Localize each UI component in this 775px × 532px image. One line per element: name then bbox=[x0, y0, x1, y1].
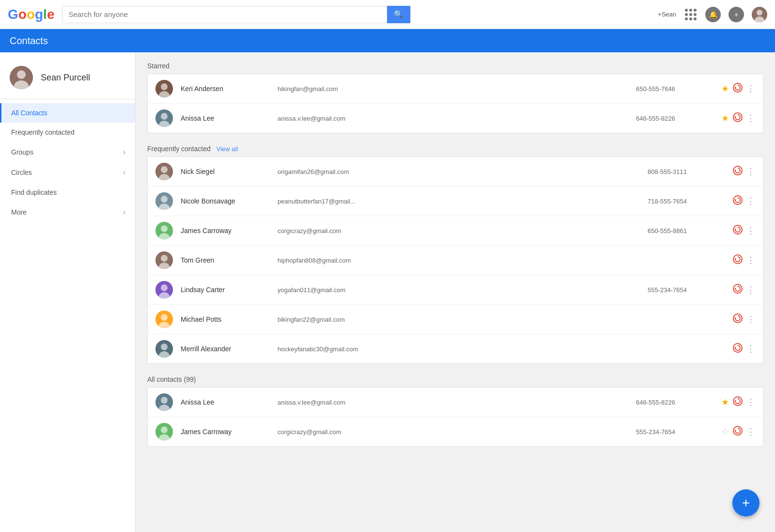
notifications-icon[interactable]: 🔔 bbox=[705, 7, 721, 22]
more-options-icon[interactable]: ⋮ bbox=[746, 397, 755, 407]
svg-marker-10 bbox=[734, 87, 736, 88]
google-plus-icon[interactable] bbox=[733, 254, 743, 266]
svg-point-42 bbox=[161, 314, 168, 321]
google-plus-icon[interactable] bbox=[733, 343, 743, 355]
google-plus-icon[interactable] bbox=[733, 166, 743, 178]
google-plus-icon[interactable] bbox=[733, 112, 743, 125]
apps-grid-icon[interactable] bbox=[684, 8, 698, 21]
svg-point-44 bbox=[733, 314, 742, 323]
contact-actions: ⋮ bbox=[733, 195, 755, 207]
svg-point-52 bbox=[161, 397, 168, 404]
avatar bbox=[155, 423, 173, 440]
svg-point-59 bbox=[733, 426, 742, 435]
sidebar-item-label: All Contacts bbox=[11, 109, 47, 117]
avatar bbox=[155, 110, 173, 127]
svg-point-12 bbox=[161, 113, 168, 120]
more-options-icon[interactable]: ⋮ bbox=[746, 284, 755, 295]
table-row: Michael Pottsbikingfan22@gmail.com⋮ bbox=[148, 305, 763, 334]
sidebar: Sean Purcell All Contacts Frequently con… bbox=[0, 52, 136, 532]
topbar: Google 🔍 +Sean 🔔 + bbox=[0, 0, 775, 29]
contact-phone: 555-234-7654 bbox=[648, 286, 725, 294]
contact-actions: ⋮ bbox=[733, 225, 755, 237]
search-icon: 🔍 bbox=[394, 10, 403, 19]
contact-phone: 555-234-7654 bbox=[636, 428, 713, 436]
contact-name: Merrill Alexander bbox=[181, 345, 278, 353]
more-options-icon[interactable]: ⋮ bbox=[746, 255, 755, 266]
contact-name: James Carroway bbox=[181, 227, 278, 235]
google-plus-icon[interactable] bbox=[733, 83, 743, 95]
contact-actions: ⋮ bbox=[733, 313, 755, 326]
star-icon[interactable]: ★ bbox=[721, 113, 729, 124]
app-title: Contacts bbox=[10, 35, 48, 47]
sidebar-item-all-contacts[interactable]: All Contacts bbox=[0, 103, 135, 123]
search-input[interactable] bbox=[62, 10, 387, 18]
star-icon[interactable]: ☆ bbox=[721, 426, 729, 437]
more-options-icon[interactable]: ⋮ bbox=[746, 166, 755, 177]
table-row: Lindsay Carteryogafan011@gmail.com555-23… bbox=[148, 275, 763, 305]
contact-name: Anissa Lee bbox=[181, 114, 278, 122]
sidebar-item-label: Find duplicates bbox=[11, 188, 57, 196]
table-row: James Carrowaycorgicrazy@gmail.com555-23… bbox=[148, 417, 763, 446]
more-options-icon[interactable]: ⋮ bbox=[746, 83, 755, 94]
frequently-contacted-section-title: Frequently contacted View all bbox=[147, 145, 763, 153]
more-options-icon[interactable]: ⋮ bbox=[746, 314, 755, 325]
contact-actions: ☆⋮ bbox=[721, 426, 755, 438]
view-all-link[interactable]: View all bbox=[217, 145, 238, 153]
more-options-icon[interactable]: ⋮ bbox=[746, 426, 755, 437]
svg-point-9 bbox=[733, 83, 742, 92]
chevron-right-icon: › bbox=[123, 208, 125, 217]
contact-phone: 650-555-8861 bbox=[648, 227, 725, 235]
contact-actions: ⋮ bbox=[733, 254, 755, 266]
star-icon[interactable]: ★ bbox=[721, 397, 729, 407]
more-options-icon[interactable]: ⋮ bbox=[746, 113, 755, 124]
star-icon[interactable]: ★ bbox=[721, 83, 729, 94]
google-plus-icon[interactable] bbox=[733, 396, 743, 408]
contact-email: yogafan011@gmail.com bbox=[278, 286, 648, 294]
contact-phone: 808-555-3111 bbox=[648, 168, 725, 175]
google-plus-icon[interactable] bbox=[733, 225, 743, 237]
sidebar-item-groups[interactable]: Groups › bbox=[0, 142, 135, 162]
search-button[interactable]: 🔍 bbox=[387, 6, 410, 23]
contact-name: Keri Andersen bbox=[181, 85, 278, 93]
user-avatar-icon[interactable] bbox=[752, 7, 767, 22]
table-row: Nick Siegelorigamifan26@gmail.com808-555… bbox=[148, 157, 763, 187]
avatar bbox=[10, 66, 33, 89]
contact-actions: ⋮ bbox=[733, 166, 755, 178]
sidebar-item-label: Groups bbox=[11, 148, 33, 156]
contact-name: Nicole Bonsavage bbox=[181, 197, 278, 205]
svg-point-29 bbox=[733, 225, 742, 234]
table-row: Keri Andersenhikingfan@gmail.com650-555-… bbox=[148, 74, 763, 104]
contact-name: James Carroway bbox=[181, 428, 278, 436]
add-circle-icon[interactable]: + bbox=[728, 7, 744, 22]
google-plus-icon[interactable] bbox=[733, 426, 743, 438]
svg-marker-60 bbox=[734, 430, 736, 431]
google-plus-icon[interactable] bbox=[733, 284, 743, 296]
svg-point-19 bbox=[733, 166, 742, 175]
contact-name: Lindsay Carter bbox=[181, 286, 278, 294]
sidebar-item-more[interactable]: More › bbox=[0, 202, 135, 222]
avatar bbox=[155, 393, 173, 411]
contact-email: corgicrazy@gmail.com bbox=[278, 227, 648, 235]
more-options-icon[interactable]: ⋮ bbox=[746, 344, 755, 354]
main-layout: Sean Purcell All Contacts Frequently con… bbox=[0, 52, 775, 532]
sidebar-item-find-duplicates[interactable]: Find duplicates bbox=[0, 183, 135, 202]
google-plus-icon[interactable] bbox=[733, 195, 743, 207]
svg-point-57 bbox=[161, 426, 168, 433]
more-options-icon[interactable]: ⋮ bbox=[746, 225, 755, 236]
svg-point-47 bbox=[161, 344, 168, 350]
table-row: Tom Greenhiphopfan808@gmail.com⋮ bbox=[148, 246, 763, 275]
avatar bbox=[155, 251, 173, 269]
gplus-label[interactable]: +Sean bbox=[658, 11, 676, 18]
starred-section-title: Starred bbox=[147, 62, 763, 70]
sidebar-item-label: More bbox=[11, 208, 27, 216]
svg-point-27 bbox=[161, 225, 168, 232]
contact-email: corgicrazy@gmail.com bbox=[278, 428, 636, 436]
more-options-icon[interactable]: ⋮ bbox=[746, 196, 755, 206]
add-contact-fab[interactable]: + bbox=[732, 489, 760, 516]
avatar bbox=[155, 222, 173, 239]
sidebar-item-circles[interactable]: Circles › bbox=[0, 162, 135, 183]
contact-email: bikingfan22@gmail.com bbox=[278, 316, 648, 323]
google-plus-icon[interactable] bbox=[733, 313, 743, 326]
contact-phone: 646-555-8226 bbox=[636, 115, 713, 122]
sidebar-item-frequently-contacted[interactable]: Frequently contacted bbox=[0, 123, 135, 142]
